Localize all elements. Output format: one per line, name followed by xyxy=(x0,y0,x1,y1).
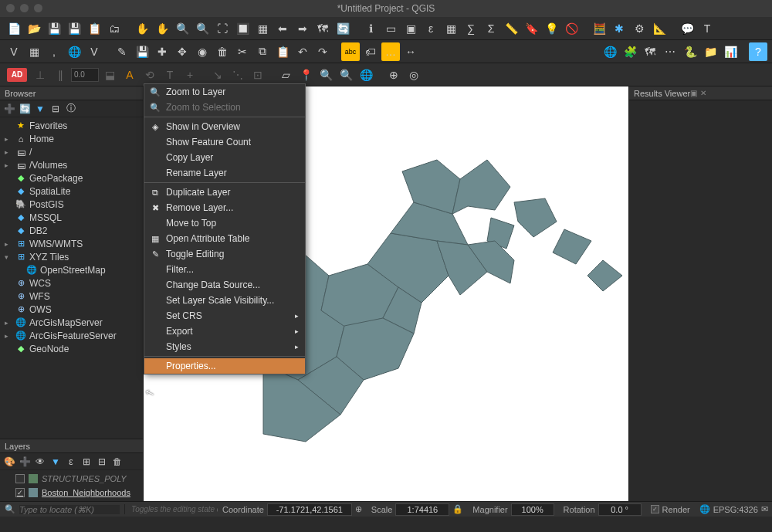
bookmark-icon[interactable]: 🔖 xyxy=(522,19,540,38)
delete-feature-icon[interactable]: 🗑 xyxy=(213,42,232,61)
new-project-icon[interactable]: 📄 xyxy=(5,19,23,38)
context-menu-item[interactable]: Show Feature Count xyxy=(144,134,305,150)
cad-3-icon[interactable]: ⟲ xyxy=(141,66,159,84)
deselect-icon[interactable]: ▣ xyxy=(401,19,420,38)
label-tool-icon[interactable]: 🏷 xyxy=(361,42,380,61)
browser-item[interactable]: 🌐OpenStreetMap xyxy=(0,263,143,276)
context-menu-item[interactable]: ✖Remove Layer... xyxy=(144,200,305,215)
layer-style-icon[interactable]: 🎨 xyxy=(3,456,15,468)
osm-icon[interactable]: 🗺 xyxy=(641,42,659,61)
browser-add-icon[interactable]: ➕ xyxy=(3,103,15,115)
attribute-table-icon[interactable]: ▦ xyxy=(442,19,460,38)
rotation-input[interactable] xyxy=(598,503,642,516)
expr-select-icon[interactable]: ε xyxy=(422,19,440,38)
identify-icon[interactable]: ℹ xyxy=(361,19,380,38)
databrowser-icon[interactable]: 📊 xyxy=(721,42,740,61)
results-close-icon[interactable]: ✕ xyxy=(700,89,706,97)
measure-line-icon[interactable]: 📏 xyxy=(502,19,520,38)
no-tile-icon[interactable]: 🚫 xyxy=(562,19,581,38)
context-menu-item[interactable]: Move to Top xyxy=(144,215,305,231)
dig-zoomin-icon[interactable]: 🔍 xyxy=(317,66,335,84)
save-as-icon[interactable]: 💾 xyxy=(65,19,83,38)
layers-panel-title[interactable]: Layers xyxy=(0,439,143,453)
cad-4-icon[interactable]: T xyxy=(161,66,179,84)
calculator-icon[interactable]: 🧮 xyxy=(590,19,608,38)
select-icon[interactable]: ▭ xyxy=(381,19,400,38)
browser-tree[interactable]: ★Favorites▸⌂Home▸🖴/▸🖴/Volumes◆GeoPackage… xyxy=(0,117,143,439)
context-menu-item[interactable]: Styles▸ xyxy=(144,339,305,354)
move-feature-icon[interactable]: ✥ xyxy=(173,42,191,61)
context-menu-item[interactable]: Set Layer Scale Visibility... xyxy=(144,293,305,308)
browser-item[interactable]: ▸⊞WMS/WMTS xyxy=(0,237,143,250)
new-layout-icon[interactable]: 📋 xyxy=(85,19,103,38)
python-icon[interactable]: 🐍 xyxy=(681,42,699,61)
browser-item[interactable]: ★Favorites xyxy=(0,119,143,132)
layer-collapse-icon[interactable]: ⊟ xyxy=(96,456,108,468)
label-highlight-icon[interactable]: … xyxy=(381,42,400,61)
context-menu-item[interactable]: Properties... xyxy=(144,358,305,374)
pan-icon[interactable]: ✋ xyxy=(133,19,151,38)
browser-item[interactable]: ⊕OWS xyxy=(0,303,143,316)
refresh-icon[interactable]: 🔄 xyxy=(334,19,352,38)
coord-toggle-icon[interactable]: ⊕ xyxy=(355,504,362,514)
cad-1-icon[interactable]: ⬓ xyxy=(100,66,119,84)
more-settings-icon[interactable]: ⋯ xyxy=(661,42,679,61)
new-map-icon[interactable]: 🗺 xyxy=(313,19,332,38)
field-calc-icon[interactable]: ∑ xyxy=(462,19,480,38)
cad-5-icon[interactable]: + xyxy=(181,66,199,84)
context-menu-item[interactable]: ◈Show in Overview xyxy=(144,119,305,134)
web-globe-icon[interactable]: 🌐 xyxy=(601,42,619,61)
redo-icon[interactable]: ↷ xyxy=(313,42,332,61)
coord-input[interactable] xyxy=(267,503,352,516)
dig-zoomout-icon[interactable]: 🔍 xyxy=(337,66,355,84)
help-icon[interactable]: 💬 xyxy=(678,19,696,38)
crs-icon[interactable]: 🌐 xyxy=(699,504,710,514)
context-menu-item[interactable]: Rename Layer xyxy=(144,165,305,181)
label-move-icon[interactable]: ↔ xyxy=(401,42,420,61)
browser-item[interactable]: ◆DB2 xyxy=(0,224,143,237)
distance-input[interactable] xyxy=(71,68,99,82)
snap-3-icon[interactable]: ⊡ xyxy=(249,66,267,84)
add-vector-icon[interactable]: V xyxy=(5,42,23,61)
browser-item[interactable]: ▸🌐ArcGisMapServer xyxy=(0,316,143,329)
advanced-digitize-badge[interactable]: AD xyxy=(7,68,27,82)
browser-filter-icon[interactable]: ▼ xyxy=(34,103,46,115)
browser-item[interactable]: ◆MSSQL xyxy=(0,211,143,224)
browser-collapse-icon[interactable]: ⊟ xyxy=(49,103,62,115)
messages-icon[interactable]: ✉ xyxy=(761,504,768,514)
layer-item[interactable]: ✓Boston_Neighborhoods xyxy=(0,486,143,500)
add-csv-icon[interactable]: , xyxy=(45,42,63,61)
edit-save-icon[interactable]: 💾 xyxy=(133,42,151,61)
zoom-next-icon[interactable]: ➡ xyxy=(293,19,312,38)
save-icon[interactable]: 💾 xyxy=(45,19,63,38)
paste-icon[interactable]: 📋 xyxy=(273,42,292,61)
add-feature-icon[interactable]: ✚ xyxy=(153,42,171,61)
context-menu-item[interactable]: 🔍Zoom to Layer xyxy=(144,84,305,100)
browser-item[interactable]: 🐘PostGIS xyxy=(0,198,143,211)
layers-list[interactable]: STRUCTURES_POLY✓Boston_Neighborhoods xyxy=(0,470,143,501)
scale-input[interactable] xyxy=(395,503,449,516)
browser-item[interactable]: ⊕WFS xyxy=(0,290,143,303)
dig-globe-icon[interactable]: 🌐 xyxy=(357,66,375,84)
layer-eye-icon[interactable]: 👁 xyxy=(34,456,46,468)
dig-poly-icon[interactable]: ▱ xyxy=(276,66,295,84)
render-checkbox[interactable]: ✓ xyxy=(651,505,659,513)
context-menu-item[interactable]: Set CRS▸ xyxy=(144,308,305,324)
context-menu-item[interactable]: ▦Open Attribute Table xyxy=(144,231,305,246)
browser-item[interactable]: ⊕WCS xyxy=(0,276,143,290)
label-abc-icon[interactable]: abc xyxy=(341,42,360,61)
context-menu-item[interactable]: Filter... xyxy=(144,262,305,277)
cad-2-icon[interactable]: A xyxy=(120,66,139,84)
zoom-last-icon[interactable]: ⬅ xyxy=(273,19,292,38)
plugin-icon[interactable]: 🧩 xyxy=(621,42,639,61)
scale-lock-icon[interactable]: 🔒 xyxy=(452,504,463,514)
pan-selection-icon[interactable]: ✋ xyxy=(153,19,171,38)
browser-item[interactable]: ▾⊞XYZ Tiles xyxy=(0,250,143,263)
cad-para-icon[interactable]: ∥ xyxy=(51,66,69,84)
browser-item[interactable]: ▸🖴/ xyxy=(0,145,143,158)
layer-expr-icon[interactable]: ε xyxy=(65,456,77,468)
layer-remove-icon[interactable]: 🗑 xyxy=(111,456,124,468)
node-tool-icon[interactable]: ◉ xyxy=(193,42,212,61)
etc-icon[interactable]: ◎ xyxy=(405,66,423,84)
browser-item[interactable]: ◆GeoNode xyxy=(0,342,143,355)
